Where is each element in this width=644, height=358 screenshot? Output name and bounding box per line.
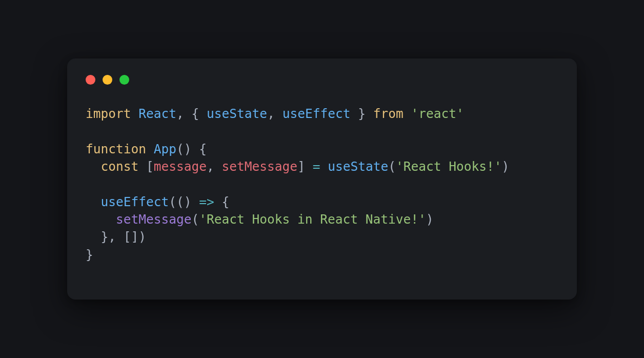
string-module: 'react' — [411, 106, 464, 121]
string-arg: 'React Hooks in React Native!' — [199, 212, 426, 227]
close-icon[interactable] — [86, 75, 95, 85]
identifier-useeffect: useEffect — [283, 106, 351, 121]
punct-comma: , — [176, 106, 184, 121]
identifier-message: message — [154, 159, 207, 174]
identifier-app: App — [154, 142, 176, 156]
string-arg: 'React Hooks!' — [396, 159, 502, 174]
punct-rbrace: } — [101, 229, 109, 244]
call-useeffect: useEffect — [101, 194, 169, 209]
minimize-icon[interactable] — [103, 75, 112, 85]
window-titlebar — [84, 75, 560, 105]
keyword-from: from — [373, 106, 404, 121]
punct-lparen: (( — [169, 194, 184, 209]
identifier-usestate: useState — [207, 106, 267, 121]
punct-lparen: ( — [192, 212, 199, 227]
punct-lbracket: [ — [146, 159, 154, 174]
operator-eq: = — [313, 159, 320, 174]
punct-deps: []) — [124, 229, 146, 244]
punct-rparen: ) — [184, 194, 192, 209]
punct-comma: , — [108, 229, 116, 244]
punct-rbrace: } — [86, 247, 93, 262]
code-block: import React, { useState, useEffect } fr… — [84, 105, 560, 264]
identifier-setmessage: setMessage — [222, 159, 298, 174]
punct-rbracket: ] — [297, 159, 305, 174]
punct-lbrace: { — [222, 194, 230, 209]
keyword-function: function — [86, 142, 146, 156]
maximize-icon[interactable] — [119, 75, 129, 85]
identifier-react: React — [138, 106, 176, 121]
keyword-import: import — [86, 106, 131, 121]
punct-rparen: ) — [426, 212, 434, 227]
code-window: import React, { useState, useEffect } fr… — [67, 58, 577, 300]
call-usestate: useState — [328, 159, 388, 174]
call-setmessage: setMessage — [116, 212, 192, 227]
punct-lbrace: { — [192, 106, 199, 121]
punct-comma: , — [267, 106, 275, 121]
punct-lbrace: { — [199, 142, 207, 156]
punct-parens: () — [176, 142, 192, 156]
punct-lparen: ( — [388, 159, 396, 174]
punct-comma: , — [207, 159, 214, 174]
punct-rparen: ) — [501, 159, 509, 174]
operator-arrow: => — [199, 194, 214, 209]
keyword-const: const — [101, 159, 139, 174]
punct-rbrace: } — [358, 106, 366, 121]
